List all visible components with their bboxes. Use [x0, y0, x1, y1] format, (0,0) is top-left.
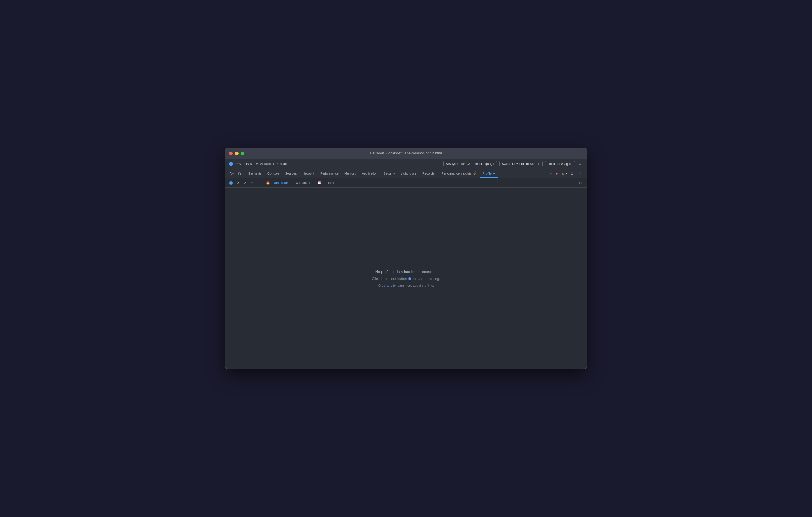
empty-state: No profiling data has been recorded. Cli… — [372, 270, 440, 287]
tab-performance[interactable]: Performance — [317, 169, 342, 178]
nav-right: » ⊗ 4 ⚠ 3 ⚙ ⋮ — [547, 170, 585, 177]
profiler-sub-tabs: ↺ ⊘ ↑ ↓ 🔥 Flamegraph ≡ Ranked 📅 Timeline… — [226, 178, 586, 188]
warning-count: 3 — [566, 172, 567, 176]
empty-subtitle: Click the record button to start recordi… — [372, 277, 440, 281]
profiler-active-dot — [493, 173, 495, 174]
record-dot — [229, 181, 233, 185]
empty-link-text: Click here to learn more about profiling… — [372, 284, 440, 287]
traffic-lights — [229, 152, 244, 155]
nav-icons-left — [227, 170, 245, 177]
banner-info-text: DevTools is now available in Korean! — [235, 162, 441, 165]
close-banner-button[interactable]: ✕ — [577, 161, 583, 166]
timeline-icon: 📅 — [317, 181, 322, 185]
tab-security[interactable]: Security — [380, 169, 398, 178]
always-match-button[interactable]: Always match Chrome's language — [443, 161, 497, 166]
settings-icon[interactable]: ⚙ — [569, 170, 576, 177]
tab-profiler[interactable]: Profiler — [480, 169, 498, 178]
clear-button[interactable]: ⊘ — [242, 180, 248, 186]
error-badge: ⊗ 4 — [555, 172, 560, 176]
export-button[interactable]: ↓ — [256, 180, 262, 186]
empty-title: No profiling data has been recorded. — [372, 270, 440, 274]
minimize-button[interactable] — [235, 152, 239, 155]
record-button[interactable] — [228, 180, 234, 186]
tab-console[interactable]: Console — [265, 169, 282, 178]
tab-application[interactable]: Application — [359, 169, 381, 178]
warning-badge: ⚠ 3 — [562, 172, 567, 176]
switch-korean-button[interactable]: Switch DevTools to Korean — [499, 161, 543, 166]
tab-network[interactable]: Network — [300, 169, 317, 178]
tab-lighthouse[interactable]: Lighthouse — [398, 169, 419, 178]
dont-show-again-button[interactable]: Don't show again — [545, 161, 575, 166]
flamegraph-icon: 🔥 — [266, 181, 270, 185]
svg-rect-0 — [238, 173, 240, 175]
info-icon: i — [229, 162, 233, 166]
record-dot-inline — [408, 277, 411, 280]
language-banner: i DevTools is now available in Korean! A… — [226, 158, 586, 169]
ranked-icon: ≡ — [296, 181, 298, 185]
title-bar: DevTools - localhost:5174/common.origin.… — [226, 148, 586, 158]
sub-tab-timeline[interactable]: 📅 Timeline — [314, 178, 339, 187]
import-button[interactable]: ↑ — [249, 180, 255, 186]
profiler-panel: No profiling data has been recorded. Cli… — [226, 188, 586, 369]
error-icon: ⊗ — [555, 172, 558, 176]
svg-rect-1 — [241, 173, 242, 175]
profiler-settings-button[interactable]: ⚙ — [577, 180, 584, 186]
learn-more-link[interactable]: here — [386, 284, 392, 287]
sub-tabs-right: ⚙ — [577, 180, 584, 186]
more-tabs-icon[interactable]: » — [547, 170, 554, 177]
tab-elements[interactable]: Elements — [245, 169, 265, 178]
sub-tab-ranked[interactable]: ≡ Ranked — [292, 178, 314, 187]
device-toolbar-icon[interactable] — [236, 170, 243, 177]
close-button[interactable] — [229, 152, 233, 155]
reload-record-button[interactable]: ↺ — [235, 180, 241, 186]
tab-sources[interactable]: Sources — [282, 169, 299, 178]
main-content: No profiling data has been recorded. Cli… — [226, 188, 586, 369]
sub-tab-flamegraph[interactable]: 🔥 Flamegraph — [262, 178, 292, 187]
tab-recorder[interactable]: Recorder — [419, 169, 438, 178]
inspect-element-icon[interactable] — [228, 170, 235, 177]
maximize-button[interactable] — [241, 152, 244, 155]
more-options-icon[interactable]: ⋮ — [577, 170, 584, 177]
warning-icon: ⚠ — [562, 172, 565, 176]
tab-performance-insights[interactable]: Performance insights ⚡ — [438, 169, 480, 178]
error-count: 4 — [559, 172, 560, 176]
nav-tabs: Elements Console Sources Network Perform… — [226, 169, 586, 178]
devtools-window: DevTools - localhost:5174/common.origin.… — [225, 148, 587, 369]
performance-insights-icon: ⚡ — [473, 171, 477, 175]
window-title: DevTools - localhost:5174/common.origin.… — [370, 151, 442, 155]
tab-memory[interactable]: Memory — [342, 169, 359, 178]
